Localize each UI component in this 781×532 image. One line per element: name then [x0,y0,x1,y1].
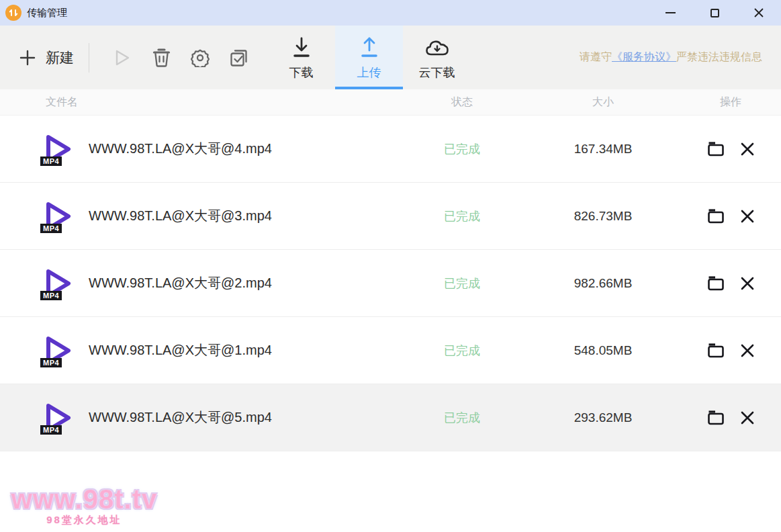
status-badge: 已完成 [444,344,480,357]
file-name: WWW.98T.LA@X大哥@5.mp4 [89,408,272,427]
close-button[interactable] [737,0,781,26]
maximize-button[interactable] [692,0,737,26]
file-type-badge: MP4 [40,425,62,435]
tab-cloud-download[interactable]: 云下载 [403,26,471,89]
mp4-file-icon: MP4 [43,333,74,368]
file-name: WWW.98T.LA@X大哥@3.mp4 [89,207,272,225]
file-type-badge: MP4 [40,358,62,367]
x-icon [740,343,755,358]
folder-icon [706,342,725,359]
toolbar: 新建 下载 上传 云下载 请遵守 《服务协议》 严禁违 [0,26,781,89]
watermark-url: www.98t.tv [5,486,163,513]
mp4-file-icon: MP4 [43,266,74,301]
service-agreement-link[interactable]: 《服务协议》 [612,50,676,64]
header-status: 状态 [398,95,526,109]
x-icon [740,276,755,291]
file-type-badge: MP4 [40,157,62,166]
folder-icon [706,275,725,292]
new-task-button[interactable]: 新建 [19,48,74,67]
titlebar: 传输管理 [0,0,781,26]
file-type-badge: MP4 [40,224,62,233]
file-size: 548.05MB [574,343,633,357]
watermark-subtitle: 98堂永久地址 [5,514,163,527]
tab-upload-label: 上传 [357,66,381,79]
file-name: WWW.98T.LA@X大哥@1.mp4 [89,341,272,359]
file-name: WWW.98T.LA@X大哥@2.mp4 [89,274,272,292]
file-type-badge: MP4 [40,291,62,300]
folder-icon [706,208,725,225]
file-name: WWW.98T.LA@X大哥@4.mp4 [89,140,272,158]
site-watermark: www.98t.tv 98堂永久地址 [5,486,163,527]
play-icon [113,48,131,67]
app-transfer-icon [5,5,21,21]
status-badge: 已完成 [444,277,480,290]
notice-suffix: 严禁违法违规信息 [676,50,762,64]
toolbar-divider [89,43,89,73]
mp4-file-icon: MP4 [43,132,74,167]
minimize-icon [665,12,676,13]
trash-icon [152,48,171,67]
header-actions: 操作 [680,95,781,109]
table-row[interactable]: MP4 WWW.98T.LA@X大哥@1.mp4 已完成 548.05MB [0,317,781,384]
remove-task-button[interactable] [740,209,755,224]
new-task-label: 新建 [46,48,74,67]
tab-bar: 下载 上传 云下载 [267,26,471,89]
status-badge: 已完成 [444,411,480,425]
status-badge: 已完成 [444,142,480,156]
folder-icon [706,140,725,158]
select-check-icon [229,48,249,68]
open-folder-button[interactable] [706,409,725,427]
remove-task-button[interactable] [740,276,755,291]
file-size: 293.62MB [574,410,633,425]
settings-button[interactable] [181,48,220,67]
x-icon [740,410,755,425]
minimize-button[interactable] [648,0,692,26]
table-header: 文件名 状态 大小 操作 [0,89,781,116]
status-badge: 已完成 [444,210,480,223]
tab-download[interactable]: 下载 [267,26,335,89]
file-size: 982.66MB [574,276,633,290]
plus-icon [19,49,36,66]
header-filename: 文件名 [0,95,398,109]
compliance-notice: 请遵守 《服务协议》 严禁违法违规信息 [580,26,781,89]
completed-tasks-button[interactable] [220,48,259,68]
remove-task-button[interactable] [740,410,755,425]
notice-prefix: 请遵守 [580,50,612,64]
table-row[interactable]: MP4 WWW.98T.LA@X大哥@3.mp4 已完成 826.73MB [0,183,781,250]
gear-icon [191,48,210,67]
close-icon [753,7,764,18]
upload-icon [358,36,381,60]
x-icon [740,142,755,157]
remove-task-button[interactable] [740,343,755,358]
open-folder-button[interactable] [706,208,725,225]
tab-cloud-download-label: 云下载 [419,66,455,79]
table-row[interactable]: MP4 WWW.98T.LA@X大哥@4.mp4 已完成 167.34MB [0,116,781,183]
tab-download-label: 下载 [289,66,314,79]
download-icon [290,36,313,60]
tab-upload[interactable]: 上传 [335,26,403,89]
open-folder-button[interactable] [706,342,725,359]
file-list: MP4 WWW.98T.LA@X大哥@4.mp4 已完成 167.34MB MP… [0,116,781,451]
table-row[interactable]: MP4 WWW.98T.LA@X大哥@2.mp4 已完成 982.66MB [0,250,781,317]
file-size: 826.73MB [574,209,633,223]
start-button[interactable] [103,48,142,67]
window-title: 传输管理 [27,7,67,19]
remove-task-button[interactable] [740,142,755,157]
mp4-file-icon: MP4 [43,400,74,435]
open-folder-button[interactable] [706,140,725,158]
folder-icon [706,409,725,427]
cloud-download-icon [424,36,451,60]
x-icon [740,209,755,224]
table-row[interactable]: MP4 WWW.98T.LA@X大哥@5.mp4 已完成 293.62MB [0,384,781,451]
maximize-icon [710,9,719,17]
file-size: 167.34MB [574,142,633,156]
delete-button[interactable] [142,48,181,67]
open-folder-button[interactable] [706,275,725,292]
header-size: 大小 [526,95,680,109]
mp4-file-icon: MP4 [43,199,74,234]
